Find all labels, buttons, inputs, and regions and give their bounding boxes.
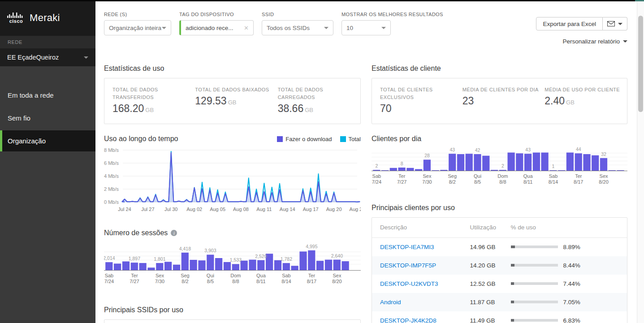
cisco-wordmark: cisco: [9, 19, 23, 24]
svg-text:8/17: 8/17: [574, 179, 583, 185]
client-stats-card: TOTAL DE CLIENTES EXCLUSIVOS70MÉDIA DE C…: [372, 78, 627, 124]
pct-track: [511, 245, 558, 248]
legend-swatch: [277, 136, 283, 142]
chart-bar: [381, 170, 389, 171]
svg-text:1,782: 1,782: [281, 256, 292, 262]
client-link[interactable]: DESKTOP-U2KVDT3: [380, 280, 438, 287]
chart-bar: [122, 262, 130, 271]
chart-bar: [333, 260, 341, 270]
meraki-dashboard: cisco Meraki REDE EE EçadeQueiroz Em tod…: [0, 0, 644, 323]
sidebar-nav: Em toda a redeSem fioOrganização: [0, 66, 95, 151]
network-selector[interactable]: EE EçadeQueiroz: [0, 48, 95, 66]
svg-text:2,014: 2,014: [104, 255, 115, 261]
chevron-down-icon: [324, 27, 328, 29]
svg-text:Aug 23: Aug 23: [350, 207, 361, 212]
svg-text:Sab: Sab: [282, 273, 291, 278]
chart-bar: [257, 260, 264, 270]
customize-report-link[interactable]: Personalizar relatório: [562, 38, 627, 45]
chart-bar: [190, 260, 197, 270]
client-name-cell: DESKTOP-IMP7F5P: [372, 256, 467, 275]
pct-bar: 7.05%: [511, 299, 623, 306]
clear-tag-icon[interactable]: ✕: [244, 25, 249, 31]
chart-bar: [449, 154, 456, 171]
svg-text:0 Mb/s: 0 Mb/s: [104, 199, 119, 205]
svg-text:Qui: Qui: [474, 173, 481, 179]
sidebar-item-1[interactable]: Sem fio: [0, 108, 95, 129]
stat-value: 2.40GB: [545, 95, 622, 107]
page-scrollbar[interactable]: [637, 1, 644, 323]
filter-select-2[interactable]: Todos os SSIDs: [262, 20, 333, 35]
svg-text:6 Mb/s: 6 Mb/s: [104, 160, 119, 166]
chart-bar: [432, 170, 439, 171]
client-pct-cell: 8.89%: [507, 237, 627, 256]
svg-text:Ter: Ter: [575, 173, 582, 179]
svg-text:8/5: 8/5: [207, 279, 214, 284]
client-stats-title: Estatísticas de cliente: [372, 65, 627, 73]
filter-label: REDE (S): [104, 12, 171, 17]
chart-bar: [575, 153, 582, 171]
info-icon[interactable]: i: [171, 230, 177, 236]
usage-stats-card: TOTAL DE DADOS TRANSFERIDOS168.20GBTOTAL…: [104, 78, 361, 124]
filter-value: 10: [346, 25, 353, 31]
filter-select-0[interactable]: Organização inteira: [104, 20, 171, 35]
chart-bar: [466, 154, 473, 171]
svg-text:Aug 14: Aug 14: [280, 207, 295, 212]
legend-swatch: [340, 136, 346, 142]
export-excel-button[interactable]: Exportar para Excel: [536, 17, 603, 30]
svg-text:32: 32: [601, 151, 606, 157]
sidebar-section-label: REDE: [0, 36, 95, 48]
legend-item: Fazer o download: [277, 136, 332, 142]
svg-text:2: 2: [501, 163, 504, 168]
chart-bar: [566, 153, 574, 171]
filter-3: MOSTRAR OS MELHORES RESULTADOS10: [341, 12, 443, 35]
top-clients-table: DescriçãoUtilização% de uso DESKTOP-IEA7…: [372, 218, 627, 323]
chart-bar: [131, 263, 138, 270]
chevron-down-icon: [162, 27, 166, 29]
stat-item: TOTAL DE CLIENTES EXCLUSIVOS70: [380, 86, 462, 115]
svg-text:7/24: 7/24: [372, 179, 381, 185]
pct-fill: [511, 245, 515, 248]
client-usage-cell: 12.52 GB: [467, 275, 507, 293]
chart-bar: [474, 154, 481, 171]
filter-label: TAG DO DISPOSITIVO: [179, 12, 254, 17]
pct-track: [511, 319, 558, 322]
top-clients-card: DescriçãoUtilização% de uso DESKTOP-IEA7…: [372, 217, 627, 323]
chart-bar: [308, 250, 315, 270]
stat-unit: GB: [566, 99, 575, 106]
stat-value: 38.66GB: [278, 103, 355, 115]
client-link[interactable]: DESKTOP-JK4K2D8: [380, 317, 437, 323]
client-link[interactable]: DESKTOP-IEA7MI3: [380, 244, 434, 250]
svg-text:Dom: Dom: [497, 173, 508, 179]
svg-text:1: 1: [552, 164, 555, 169]
stat-item: TOTAL DE DADOS BAIXADOS129.53GB: [195, 86, 277, 115]
chart-bar: [617, 170, 624, 171]
email-report-button[interactable]: [603, 17, 627, 30]
chart-bar: [491, 170, 498, 171]
svg-text:2 Mb/s: 2 Mb/s: [104, 186, 119, 192]
sidebar: cisco Meraki REDE EE EçadeQueiroz Em tod…: [0, 0, 95, 323]
pct-bar: 6.83%: [511, 317, 623, 323]
meraki-wordmark: Meraki: [30, 12, 60, 24]
column-header: % de uso: [271, 320, 360, 323]
client-link[interactable]: Android: [380, 299, 401, 306]
svg-text:8/8: 8/8: [232, 279, 239, 284]
filter-select-3[interactable]: 10: [341, 20, 391, 35]
column-header: Utilização: [467, 218, 507, 237]
stat-label: MÉDIA DE USO POR CLIENTE: [545, 86, 622, 94]
svg-text:8/14: 8/14: [281, 279, 291, 284]
chart-bar: [533, 153, 540, 171]
svg-text:Sex: Sex: [156, 273, 164, 278]
filter-value: Organização inteira: [109, 25, 161, 31]
svg-text:2: 2: [375, 163, 378, 168]
filter-bar: REDE (S)Organização inteiraTAG DO DISPOS…: [104, 12, 627, 55]
scrollbar-thumb[interactable]: [638, 16, 643, 112]
sessions-title-text: Número de sessões: [104, 229, 168, 237]
client-link[interactable]: DESKTOP-IMP7F5P: [380, 262, 436, 269]
sidebar-item-0[interactable]: Em toda a rede: [0, 85, 95, 106]
chart-bar: [600, 158, 607, 171]
device-tag-input[interactable]: adicionado rece...✕: [179, 20, 254, 35]
chart-bar: [283, 263, 290, 270]
stat-value: 129.53GB: [195, 95, 272, 107]
sidebar-item-2[interactable]: Organização: [0, 130, 95, 151]
table-row: DESKTOP-U2KVDT312.52 GB7.44%: [372, 275, 627, 293]
